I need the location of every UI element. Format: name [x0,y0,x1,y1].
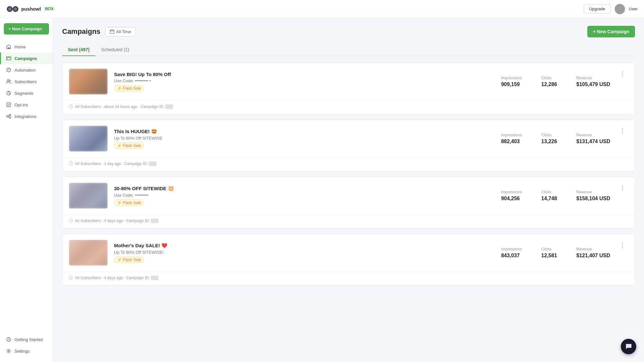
campaign-card-main: Save BIG! Up To 80% Off Use Code: ••••••… [62,63,635,100]
impressions-value: 843,037 [501,253,522,259]
campaign-tag: ⚡ Flash Sale [114,200,144,206]
info-icon: ⓘ [69,161,73,167]
campaign-card: This Is HUUGE! 🤩 Up To 80% Off SITEWIDE … [62,120,635,171]
campaign-menu-button[interactable]: ⋮ [617,69,628,79]
info-icon: ⓘ [69,218,73,224]
impressions-stat: Impressions 909,159 [501,76,522,87]
sidebar-label-integrations: Integrations [14,114,36,119]
time-filter-button[interactable]: All Time [105,27,136,36]
sidebar-item-automation[interactable]: Automation [0,64,53,76]
topbar-right: Upgrade User [584,4,638,14]
clicks-label: Clicks [541,133,557,137]
campaign-footer-text: All Subscribers · 1 day ago · Campaign I… [75,161,157,166]
revenue-value: $121,407 USD [576,253,610,259]
impressions-label: Impressions [501,76,522,80]
clicks-label: Clicks [541,190,557,194]
campaign-info: Mother's Day SALE! ❤️ Up To 80% Off SITE… [114,243,495,263]
campaign-footer-text: All Subscribers · about 14 hours ago · C… [75,104,173,109]
campaign-subtitle: Use Code: ••••••••• [114,193,495,198]
beta-badge: BETA [43,6,55,11]
avatar-image [615,4,625,14]
sidebar-item-segments[interactable]: Segments [0,87,53,99]
sidebar-item-optins[interactable]: Opt-ins [0,99,53,111]
campaign-menu-button[interactable]: ⋮ [617,183,628,193]
main-nav: Home Campaigns Automation [0,41,53,122]
revenue-label: Revenue [576,76,610,80]
campaign-footer: ⓘ All Subscribers · 4 days ago · Campaig… [62,271,635,285]
sidebar-item-campaigns[interactable]: Campaigns [0,53,53,64]
sidebar-item-getting-started[interactable]: Getting Started [0,334,53,345]
campaigns-list: Save BIG! Up To 80% Off Use Code: ••••••… [62,63,635,286]
thumbnail-image [69,183,108,209]
pushowl-logo-icon [6,5,19,14]
campaign-thumbnail [69,240,108,266]
optins-icon [6,102,11,107]
segments-icon [6,91,11,96]
campaign-card-main: Mother's Day SALE! ❤️ Up To 80% Off SITE… [62,234,635,271]
campaign-subtitle: Up To 80% Off SITEWIDE! [114,250,495,255]
page-title: Campaigns [62,27,101,36]
campaign-stats: Impressions 843,037 Clicks 12,581 Revenu… [501,247,610,259]
clicks-stat: Clicks 14,748 [541,190,557,201]
tabs-container: Sent (497) Scheduled (1) [62,44,635,56]
campaign-stats: Impressions 909,159 Clicks 12,286 Revenu… [501,76,610,87]
campaign-menu-button[interactable]: ⋮ [617,126,628,136]
impressions-value: 904,256 [501,196,522,201]
sidebar-label-optins: Opt-ins [14,103,28,107]
revenue-label: Revenue [576,190,610,194]
campaign-thumbnail [69,69,108,94]
campaign-id [151,219,158,223]
sidebar-item-home[interactable]: Home [0,41,53,53]
sidebar-label-home: Home [14,44,26,49]
thumbnail-image [69,69,108,94]
impressions-value: 882,403 [501,139,522,144]
impressions-stat: Impressions 843,037 [501,247,522,259]
avatar[interactable] [615,4,625,14]
sidebar-label-automation: Automation [14,68,36,73]
chat-bubble-button[interactable] [621,339,636,354]
svg-point-2 [8,7,11,11]
campaign-thumbnail [69,183,108,209]
revenue-stat: Revenue $131,474 USD [576,133,610,144]
impressions-stat: Impressions 882,403 [501,133,522,144]
clicks-value: 12,581 [541,253,557,259]
revenue-stat: Revenue $121,407 USD [576,247,610,259]
svg-point-9 [9,80,11,81]
sidebar-item-subscribers[interactable]: Subscribers [0,76,53,87]
campaign-card: Save BIG! Up To 80% Off Use Code: ••••••… [62,63,635,114]
campaign-card-main: 30-80% OFF SITEWIDE 💥 Use Code: ••••••••… [62,177,635,214]
campaign-subtitle: Up To 80% Off SITEWIDE [114,136,495,141]
sidebar-label-subscribers: Subscribers [14,79,37,84]
clicks-stat: Clicks 13,226 [541,133,557,144]
integrations-icon [6,114,11,119]
campaign-id [151,276,158,280]
campaign-title: Mother's Day SALE! ❤️ [114,243,495,249]
svg-line-16 [8,117,9,117]
sidebar-item-settings[interactable]: Settings [0,345,53,357]
campaign-thumbnail [69,126,108,152]
svg-point-3 [14,7,17,11]
campaign-subtitle: Use Code: ••••••••• • [114,78,495,83]
user-name: User [629,6,638,11]
campaign-tag: ⚡ Flash Sale [114,142,144,149]
tab-scheduled[interactable]: Scheduled (1) [95,44,135,56]
new-campaign-header-button[interactable]: + New Campaign [587,26,635,37]
clicks-label: Clicks [541,247,557,251]
campaign-stats: Impressions 882,403 Clicks 13,226 Revenu… [501,133,610,144]
revenue-stat: Revenue $105,479 USD [576,76,610,87]
chat-icon [625,343,632,350]
app-name: pushowl [21,6,41,12]
revenue-value: $105,479 USD [576,82,610,87]
automation-icon [6,67,11,73]
sidebar-item-integrations[interactable]: Integrations [0,111,53,122]
campaign-card-main: This Is HUUGE! 🤩 Up To 80% Off SITEWIDE … [62,120,635,157]
campaign-info: This Is HUUGE! 🤩 Up To 80% Off SITEWIDE … [114,129,495,149]
new-campaign-sidebar-button[interactable]: + New Campaign [4,23,49,34]
logo-area: pushowl BETA [6,5,55,14]
home-icon [6,44,11,49]
campaign-menu-button[interactable]: ⋮ [617,240,628,250]
main-content: Campaigns All Time + New Campaign Sent (… [53,18,644,362]
tab-sent[interactable]: Sent (497) [62,44,95,56]
upgrade-button[interactable]: Upgrade [584,4,611,14]
svg-point-8 [7,80,9,82]
